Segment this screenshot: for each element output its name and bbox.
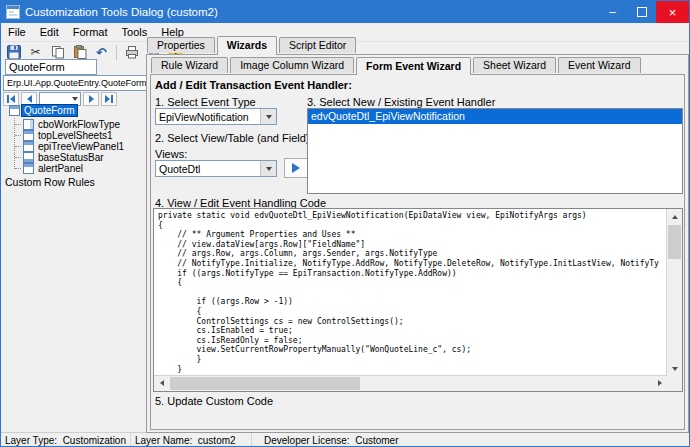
scrollbar-corner — [667, 376, 682, 391]
tab-form-event-wizard[interactable]: Form Event Wizard — [356, 57, 471, 75]
views-combo[interactable]: QuoteDtl — [155, 160, 277, 177]
minimize-button[interactable]: – — [598, 1, 627, 23]
tree-root-row[interactable]: QuoteForm — [9, 105, 77, 116]
chevron-down-icon — [266, 115, 272, 119]
step5-label: 5. Update Custom Code — [155, 395, 273, 407]
main-tabs: Properties Wizards Script Editor — [147, 37, 358, 55]
tab-sheet-wizard[interactable]: Sheet Wizard — [473, 57, 556, 73]
event-handler-list[interactable]: edvQuoteDtl_EpiViewNotification — [307, 108, 683, 194]
tab-properties[interactable]: Properties — [147, 37, 215, 53]
tree-stub — [15, 135, 21, 136]
event-handler-code[interactable]: private static void edvQuoteDtl_EpiViewN… — [158, 211, 665, 374]
event-type-combo[interactable]: EpiViewNotification — [155, 108, 277, 125]
nav-prev-button[interactable] — [21, 92, 37, 106]
form-full-name-box[interactable]: Erp.UI.App.QuoteEntry.QuoteForm — [3, 75, 149, 91]
window-title: Customization Tools Dialog (custom2) — [25, 6, 598, 18]
control-icon — [23, 152, 34, 163]
nav-first-button[interactable] — [3, 92, 19, 106]
chevron-down-icon — [72, 97, 78, 101]
layer-name-status: Layer Name: custom2 — [131, 433, 252, 447]
tree-item-label[interactable]: cboWorkFlowType — [36, 119, 122, 130]
vertical-scroll-thumb[interactable] — [668, 225, 681, 259]
tab-event-wizard[interactable]: Event Wizard — [558, 57, 640, 73]
wizard-tabs: Rule Wizard Image Column Wizard Form Eve… — [151, 58, 643, 75]
tree-stub — [15, 157, 21, 158]
control-icon — [23, 119, 34, 130]
step2-label: 2. Select View/Table (and Field) — [155, 132, 310, 144]
control-icon — [23, 130, 34, 141]
titlebar: Customization Tools Dialog (custom2) – × — [1, 1, 689, 23]
menu-edit[interactable]: Edit — [33, 25, 66, 39]
tree-item-label[interactable]: alertPanel — [36, 163, 85, 174]
play-icon — [292, 163, 300, 173]
horizontal-scrollbar[interactable] — [154, 375, 667, 391]
vertical-scrollbar[interactable] — [666, 209, 682, 376]
tree-item-basestatusbar[interactable]: baseStatusBar — [15, 152, 106, 163]
last-bar-icon — [111, 95, 113, 103]
event-code-editor[interactable]: private static void edvQuoteDtl_EpiViewN… — [153, 208, 683, 392]
custom-row-rules-label[interactable]: Custom Row Rules — [5, 176, 95, 188]
wizard-header: Add / Edit Transaction Event Handler: — [155, 79, 352, 91]
tree-stub — [15, 146, 21, 147]
record-navigator — [3, 91, 117, 106]
scroll-up-icon[interactable] — [667, 209, 682, 224]
selected-control-name: QuoteForm — [9, 61, 65, 73]
developer-license-status: Developer License: Customer — [252, 433, 403, 447]
nav-last-button[interactable] — [101, 92, 117, 106]
tab-image-column-wizard[interactable]: Image Column Wizard — [230, 57, 354, 73]
print-icon[interactable] — [122, 43, 141, 62]
select-view-button[interactable] — [284, 158, 308, 178]
views-value: QuoteDtl — [156, 163, 260, 175]
control-icon — [23, 163, 34, 174]
nav-next-button[interactable] — [83, 92, 99, 106]
scroll-down-icon[interactable] — [667, 361, 682, 376]
first-bar-icon — [7, 95, 9, 103]
tree-root-label[interactable]: QuoteForm — [22, 105, 77, 116]
horizontal-scroll-thumb[interactable] — [170, 377, 360, 390]
selected-control-box[interactable]: QuoteForm — [5, 59, 97, 75]
tab-script-editor[interactable]: Script Editor — [279, 37, 356, 53]
step3-label: 3. Select New / Existing Event Handler — [307, 96, 495, 108]
scroll-left-icon[interactable] — [154, 376, 169, 390]
tree-item-label[interactable]: topLevelSheets1 — [36, 130, 115, 141]
layer-type-status: Layer Type: Customization — [1, 433, 131, 447]
menu-file[interactable]: File — [1, 25, 33, 39]
tree-item-toplevelsheets1[interactable]: topLevelSheets1 — [15, 130, 115, 141]
app-icon — [6, 5, 20, 19]
arrow-left-icon — [10, 95, 15, 103]
tree-item-epitreeviewpanel1[interactable]: epiTreeViewPanel1 — [15, 141, 126, 152]
tab-rule-wizard[interactable]: Rule Wizard — [151, 57, 228, 73]
event-type-value: EpiViewNotification — [156, 111, 260, 123]
statusbar: Layer Type: Customization Layer Name: cu… — [1, 432, 689, 447]
maximize-icon — [637, 7, 647, 17]
combo-dropdown-button[interactable] — [260, 109, 276, 124]
step1-label: 1. Select Event Type — [155, 96, 256, 108]
tree-item-cboworkflowtype[interactable]: cboWorkFlowType — [15, 119, 122, 130]
tree-item-label[interactable]: epiTreeViewPanel1 — [36, 141, 126, 152]
combo-dropdown-button[interactable] — [260, 161, 276, 176]
close-button[interactable]: × — [656, 1, 689, 23]
customization-tools-dialog: Customization Tools Dialog (custom2) – ×… — [0, 0, 690, 447]
tree-stub — [15, 124, 21, 125]
tree-item-label[interactable]: baseStatusBar — [36, 152, 106, 163]
arrow-right-icon — [105, 95, 110, 103]
list-item[interactable]: edvQuoteDtl_EpiViewNotification — [308, 109, 682, 124]
scroll-right-icon[interactable] — [652, 376, 667, 390]
toolbar-separator — [116, 45, 117, 60]
record-select-combo[interactable] — [39, 92, 81, 106]
control-icon — [23, 141, 34, 152]
views-label: Views: — [155, 148, 187, 160]
tree-stub — [15, 168, 21, 169]
menu-format[interactable]: Format — [66, 25, 115, 39]
tree-item-alertpanel[interactable]: alertPanel — [15, 163, 85, 174]
tab-wizards[interactable]: Wizards — [217, 36, 277, 55]
form-icon — [9, 105, 20, 116]
maximize-button[interactable] — [627, 1, 656, 23]
form-full-name: Erp.UI.App.QuoteEntry.QuoteForm — [7, 78, 146, 88]
arrow-left-icon — [27, 95, 32, 103]
chevron-down-icon — [266, 167, 272, 171]
arrow-right-icon — [89, 95, 94, 103]
